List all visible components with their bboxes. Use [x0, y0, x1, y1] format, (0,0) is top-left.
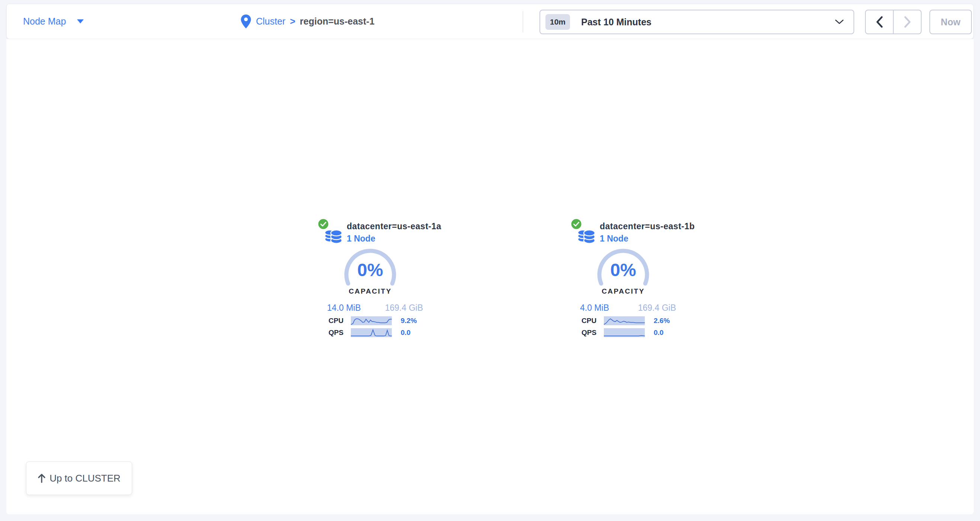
cpu-value: 9.2%: [401, 317, 417, 325]
header-bar: Node Map Cluster > region=us-east-1 10m …: [6, 4, 974, 39]
chevron-down-icon: [835, 19, 844, 25]
breadcrumb: Cluster > region=us-east-1: [240, 4, 375, 39]
chevron-right-icon: [904, 16, 911, 28]
locality-title: datacenter=us-east-1a: [347, 221, 441, 231]
time-next-button[interactable]: [893, 10, 921, 34]
breadcrumb-current: region=us-east-1: [300, 16, 375, 27]
cpu-sparkline: [351, 316, 392, 325]
cpu-label: CPU: [582, 317, 604, 325]
qps-value: 0.0: [401, 328, 410, 337]
locality-node-count[interactable]: 1 Node: [347, 234, 375, 244]
capacity-values: 4.0 MiB 169.4 GiB: [580, 303, 676, 313]
qps-metric-row: QPS 0.0: [582, 328, 679, 337]
cpu-metric-row: CPU 9.2%: [329, 316, 426, 325]
capacity-used: 14.0 MiB: [327, 303, 361, 313]
database-stack-icon: [577, 226, 596, 244]
qps-metric-row: QPS 0.0: [329, 328, 426, 337]
cpu-label: CPU: [329, 317, 351, 325]
time-prev-button[interactable]: [865, 10, 894, 34]
locality-node-count[interactable]: 1 Node: [600, 234, 628, 244]
capacity-total: 169.4 GiB: [385, 303, 423, 313]
capacity-label: CAPACITY: [584, 287, 663, 295]
locality-title: datacenter=us-east-1b: [600, 221, 695, 231]
view-selector-dropdown[interactable]: Node Map: [23, 4, 84, 39]
database-stack-icon: [324, 226, 343, 244]
time-nav-group: [865, 10, 921, 34]
cpu-value: 2.6%: [654, 317, 670, 325]
locality-card-us-east-1a[interactable]: datacenter=us-east-1a 1 Node 0% CAPACITY…: [317, 218, 429, 341]
up-arrow-icon: [38, 473, 46, 483]
cpu-sparkline: [604, 316, 645, 325]
chevron-left-icon: [876, 16, 883, 28]
qps-label: QPS: [329, 328, 351, 337]
time-range-label: Past 10 Minutes: [581, 17, 651, 27]
capacity-values: 14.0 MiB 169.4 GiB: [327, 303, 423, 313]
capacity-percent: 0%: [331, 260, 410, 280]
header-divider: [523, 11, 523, 32]
time-range-badge: 10m: [546, 14, 570, 30]
breadcrumb-cluster-link[interactable]: Cluster: [256, 16, 285, 27]
breadcrumb-separator: >: [290, 16, 296, 27]
view-selector-label: Node Map: [23, 16, 66, 27]
time-range-dropdown[interactable]: 10m Past 10 Minutes: [539, 10, 854, 34]
dropdown-caret-icon: [77, 19, 84, 24]
locality-card-us-east-1b[interactable]: datacenter=us-east-1b 1 Node 0% CAPACITY…: [570, 218, 682, 341]
now-button[interactable]: Now: [929, 10, 972, 34]
up-to-cluster-label: Up to CLUSTER: [49, 473, 121, 484]
cpu-metric-row: CPU 2.6%: [582, 316, 679, 325]
qps-sparkline: [351, 328, 392, 337]
qps-value: 0.0: [654, 328, 663, 337]
up-to-cluster-button[interactable]: Up to CLUSTER: [26, 462, 132, 495]
map-pin-icon: [240, 14, 251, 29]
node-map-canvas: datacenter=us-east-1a 1 Node 0% CAPACITY…: [6, 39, 974, 514]
capacity-used: 4.0 MiB: [580, 303, 609, 313]
capacity-total: 169.4 GiB: [638, 303, 676, 313]
capacity-percent: 0%: [584, 260, 663, 280]
qps-label: QPS: [582, 328, 604, 337]
capacity-label: CAPACITY: [331, 287, 410, 295]
qps-sparkline: [604, 328, 645, 337]
